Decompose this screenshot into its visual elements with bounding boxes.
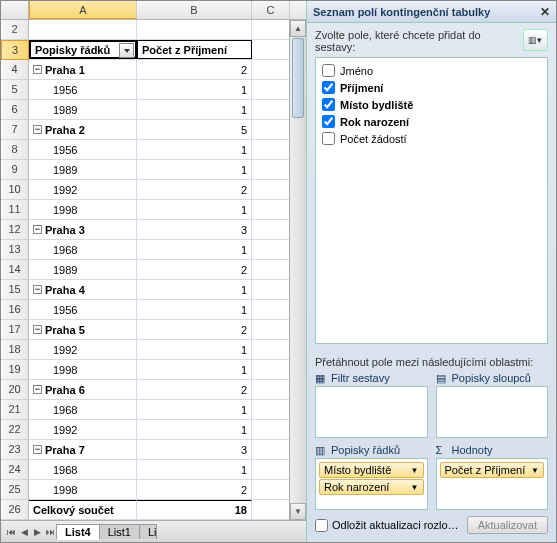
layout-options-button[interactable]: ▥▾ xyxy=(523,29,548,51)
sheet-tab[interactable]: Li xyxy=(139,524,157,539)
area-pill[interactable]: Rok narození▼ xyxy=(319,479,424,495)
row-header[interactable]: 10 xyxy=(1,180,29,200)
cell-a[interactable]: 1998 xyxy=(29,360,137,379)
row-header[interactable]: 8 xyxy=(1,140,29,160)
cell-c[interactable] xyxy=(252,260,290,279)
pill-dropdown-icon[interactable]: ▼ xyxy=(411,483,419,492)
row-header[interactable]: 17 xyxy=(1,320,29,340)
cell-c[interactable] xyxy=(252,80,290,99)
col-header-a[interactable]: A xyxy=(29,1,137,19)
cell-a[interactable]: 1956 xyxy=(29,300,137,319)
cell-a[interactable]: Popisky řádků xyxy=(29,40,137,59)
row-header[interactable]: 11 xyxy=(1,200,29,220)
cell-c[interactable] xyxy=(252,300,290,319)
collapse-icon[interactable]: − xyxy=(33,285,42,294)
field-checkbox[interactable] xyxy=(322,115,335,128)
cell-b[interactable]: 1 xyxy=(137,280,252,299)
cell-c[interactable] xyxy=(252,20,290,39)
cell-a[interactable]: Celkový součet xyxy=(29,500,137,519)
cell-a[interactable]: −Praha 3 xyxy=(29,220,137,239)
collapse-icon[interactable]: − xyxy=(33,385,42,394)
cell-b[interactable]: 1 xyxy=(137,240,252,259)
collapse-icon[interactable]: − xyxy=(33,225,42,234)
cells-grid[interactable]: Popisky řádkůPočet z Příjmení−Praha 1219… xyxy=(29,20,306,520)
row-header[interactable]: 22 xyxy=(1,420,29,440)
rows-drop-area[interactable]: Místo bydliště▼Rok narození▼ xyxy=(315,458,428,510)
collapse-icon[interactable]: − xyxy=(33,445,42,454)
cell-b[interactable]: 3 xyxy=(137,220,252,239)
cell-c[interactable] xyxy=(252,320,290,339)
cell-c[interactable] xyxy=(252,120,290,139)
cell-b[interactable]: 1 xyxy=(137,100,252,119)
row-header[interactable]: 24 xyxy=(1,460,29,480)
filter-dropdown-button[interactable] xyxy=(119,43,134,58)
filter-drop-area[interactable] xyxy=(315,386,428,438)
cell-b[interactable]: 5 xyxy=(137,120,252,139)
field-item[interactable]: Příjmení xyxy=(320,79,543,96)
field-checkbox[interactable] xyxy=(322,98,335,111)
tab-nav-prev-icon[interactable]: ◀ xyxy=(18,524,31,539)
cell-c[interactable] xyxy=(252,220,290,239)
row-header[interactable]: 21 xyxy=(1,400,29,420)
row-header[interactable]: 23 xyxy=(1,440,29,460)
field-item[interactable]: Jméno xyxy=(320,62,543,79)
sheet-tab-active[interactable]: List4 xyxy=(56,524,100,540)
cell-c[interactable] xyxy=(252,40,290,59)
cell-b[interactable]: 1 xyxy=(137,140,252,159)
row-header[interactable]: 15 xyxy=(1,280,29,300)
cell-b[interactable]: 2 xyxy=(137,60,252,79)
field-item[interactable]: Počet žádostí xyxy=(320,130,543,147)
cell-a[interactable]: 1968 xyxy=(29,460,137,479)
cell-a[interactable]: 1992 xyxy=(29,420,137,439)
cell-a[interactable]: −Praha 7 xyxy=(29,440,137,459)
cell-b[interactable]: 1 xyxy=(137,200,252,219)
cell-b[interactable]: 2 xyxy=(137,480,252,499)
scroll-down-button[interactable]: ▼ xyxy=(290,503,306,520)
cell-c[interactable] xyxy=(252,180,290,199)
cell-b[interactable]: 1 xyxy=(137,80,252,99)
cell-b[interactable]: 2 xyxy=(137,260,252,279)
pill-dropdown-icon[interactable]: ▼ xyxy=(411,466,419,475)
cell-a[interactable]: 1998 xyxy=(29,200,137,219)
cell-c[interactable] xyxy=(252,460,290,479)
cell-c[interactable] xyxy=(252,420,290,439)
row-header[interactable]: 20 xyxy=(1,380,29,400)
col-header-c[interactable]: C xyxy=(252,1,290,19)
row-header[interactable]: 5 xyxy=(1,80,29,100)
cell-b[interactable]: 1 xyxy=(137,340,252,359)
cell-b[interactable] xyxy=(137,20,252,39)
select-all-corner[interactable] xyxy=(1,1,29,19)
cell-c[interactable] xyxy=(252,400,290,419)
cell-c[interactable] xyxy=(252,60,290,79)
row-header[interactable]: 16 xyxy=(1,300,29,320)
cell-a[interactable]: 1989 xyxy=(29,160,137,179)
defer-checkbox-input[interactable] xyxy=(315,519,328,532)
vertical-scrollbar[interactable]: ▲ ▼ xyxy=(289,20,306,520)
cell-a[interactable]: −Praha 5 xyxy=(29,320,137,339)
row-header[interactable]: 25 xyxy=(1,480,29,500)
area-pill[interactable]: Počet z Příjmení▼ xyxy=(440,462,545,478)
row-header[interactable]: 14 xyxy=(1,260,29,280)
values-drop-area[interactable]: Počet z Příjmení▼ xyxy=(436,458,549,510)
cell-b[interactable]: 1 xyxy=(137,160,252,179)
cell-a[interactable]: −Praha 6 xyxy=(29,380,137,399)
row-header[interactable]: 7 xyxy=(1,120,29,140)
sheet-tab[interactable]: List1 xyxy=(99,524,140,539)
row-header[interactable]: 6 xyxy=(1,100,29,120)
row-header[interactable]: 3 xyxy=(1,40,29,60)
collapse-icon[interactable]: − xyxy=(33,65,42,74)
cell-b[interactable]: 1 xyxy=(137,400,252,419)
row-header[interactable]: 9 xyxy=(1,160,29,180)
cell-a[interactable]: −Praha 2 xyxy=(29,120,137,139)
cell-c[interactable] xyxy=(252,340,290,359)
cell-b[interactable]: 18 xyxy=(137,500,252,519)
collapse-icon[interactable]: − xyxy=(33,125,42,134)
col-header-b[interactable]: B xyxy=(137,1,252,19)
defer-update-checkbox[interactable]: Odložit aktualizaci rozlo… xyxy=(315,519,461,532)
cell-a[interactable]: 1968 xyxy=(29,400,137,419)
cell-b[interactable]: 2 xyxy=(137,380,252,399)
scroll-up-button[interactable]: ▲ xyxy=(290,20,306,37)
cell-c[interactable] xyxy=(252,500,290,519)
cell-b[interactable]: 1 xyxy=(137,300,252,319)
field-checkbox[interactable] xyxy=(322,81,335,94)
